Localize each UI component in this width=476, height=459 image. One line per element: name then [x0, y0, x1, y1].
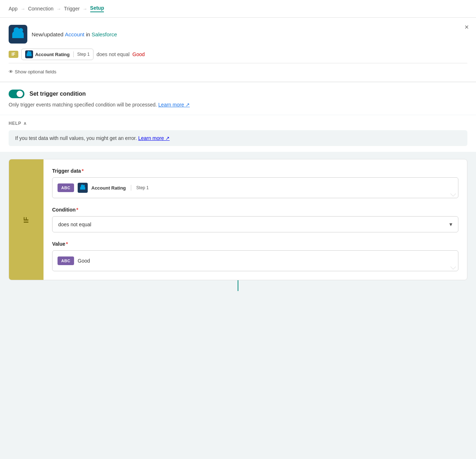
salesforce-icon-box — [9, 25, 27, 44]
trigger-text: New/updated Account in Salesforce — [32, 31, 117, 37]
trigger-condition-section: Set trigger condition Only trigger event… — [0, 82, 476, 115]
step-pill-salesforce-icon — [25, 50, 33, 58]
help-message-text: If you test data with null values, you m… — [15, 135, 137, 141]
trigger-data-required: * — [82, 168, 83, 174]
if-block-section: IF Trigger data* ABC Account Rating Step… — [0, 152, 476, 298]
eye-icon: 👁 — [9, 69, 13, 74]
condition-label: Condition* — [52, 207, 458, 213]
salesforce-cloud-icon — [12, 30, 24, 38]
divider-1 — [9, 63, 467, 63]
trigger-header: New/updated Account in Salesforce — [9, 25, 467, 44]
trigger-data-label: Trigger data* — [52, 168, 458, 174]
trigger-abc-badge: ABC — [58, 183, 74, 192]
if-block-card: IF Trigger data* ABC Account Rating Step… — [9, 159, 467, 280]
close-button[interactable]: × — [464, 23, 469, 31]
top-card: × New/updated Account in Salesforce IF A… — [0, 18, 476, 82]
help-section: HELP ∧ If you test data with null values… — [0, 115, 476, 152]
breadcrumb: App → Connection → Trigger → Setup — [0, 0, 476, 18]
trigger-condition-toggle[interactable] — [9, 90, 24, 98]
trigger-data-field-name: Account Rating — [91, 185, 126, 191]
if-sidebar: IF — [9, 159, 44, 280]
toggle-row: Set trigger condition — [9, 90, 467, 98]
condition-dropdown-value: does not equal — [58, 222, 91, 227]
value-field-text: Good — [78, 258, 90, 264]
help-box: If you test data with null values, you m… — [9, 130, 467, 146]
step-pill-step-label: Step 1 — [77, 52, 90, 57]
value-required: * — [66, 241, 68, 247]
arrow-icon-3: → — [83, 6, 87, 12]
value-box[interactable]: ABC Good — [52, 250, 458, 271]
condition-value-text: Good — [132, 51, 145, 57]
breadcrumb-trigger[interactable]: Trigger — [64, 6, 80, 12]
trigger-data-cloud-icon — [80, 186, 85, 190]
arrow-icon-2: → — [56, 6, 61, 12]
condition-label-text: Condition — [52, 207, 75, 213]
condition-row: IF Account Rating Step 1 does not equal … — [9, 49, 467, 60]
if-sidebar-label: IF — [23, 217, 30, 223]
trigger-data-label-text: Trigger data — [52, 168, 81, 174]
value-label: Value* — [52, 241, 458, 247]
arrow-icon-1: → — [20, 6, 25, 12]
value-label-text: Value — [52, 241, 65, 247]
trigger-data-pill-divider — [131, 185, 131, 191]
step-pill-field-name: Account Rating — [35, 52, 70, 57]
breadcrumb-connection[interactable]: Connection — [28, 6, 54, 12]
condition-required: * — [76, 207, 78, 213]
trigger-in: in — [86, 31, 90, 37]
help-header[interactable]: HELP ∧ — [9, 121, 467, 126]
trigger-object[interactable]: Account — [65, 31, 84, 37]
condition-dropdown[interactable]: does not equal ▾ — [52, 216, 458, 232]
trigger-platform-name[interactable]: Salesforce — [92, 31, 117, 37]
if-badge: IF — [9, 51, 18, 58]
trigger-desc-text: Only trigger events matching specified c… — [9, 102, 157, 108]
help-learn-more-text: Learn more — [138, 135, 164, 141]
trigger-data-box[interactable]: ABC Account Rating Step 1 — [52, 177, 458, 198]
trigger-condition-description: Only trigger events matching specified c… — [9, 102, 467, 108]
help-chevron-icon: ∧ — [23, 121, 27, 126]
trigger-condition-heading: Set trigger condition — [29, 91, 86, 97]
trigger-prefix: New/updated — [32, 31, 63, 37]
trigger-learn-more-text: Learn more — [158, 102, 184, 108]
if-content: Trigger data* ABC Account Rating Step 1 … — [44, 159, 467, 280]
show-optional-label: Show optional fields — [15, 69, 56, 74]
help-learn-more-link[interactable]: Learn more ↗ — [138, 135, 169, 141]
chevron-down-icon: ▾ — [449, 221, 452, 228]
trigger-learn-more-link[interactable]: Learn more ↗ — [158, 102, 189, 108]
connector-line — [238, 280, 238, 291]
condition-text-label: does not equal — [96, 51, 129, 57]
breadcrumb-setup[interactable]: Setup — [90, 5, 104, 12]
mini-cloud-icon — [27, 53, 32, 56]
step-pill[interactable]: Account Rating Step 1 — [21, 49, 94, 60]
step-pill-divider — [73, 51, 74, 57]
breadcrumb-app[interactable]: App — [9, 6, 18, 12]
show-optional-fields[interactable]: 👁 Show optional fields — [9, 69, 467, 74]
trigger-data-sf-icon — [78, 183, 88, 193]
help-label: HELP — [9, 121, 21, 126]
trigger-data-step-label: Step 1 — [136, 185, 149, 190]
value-abc-badge: ABC — [58, 256, 74, 265]
